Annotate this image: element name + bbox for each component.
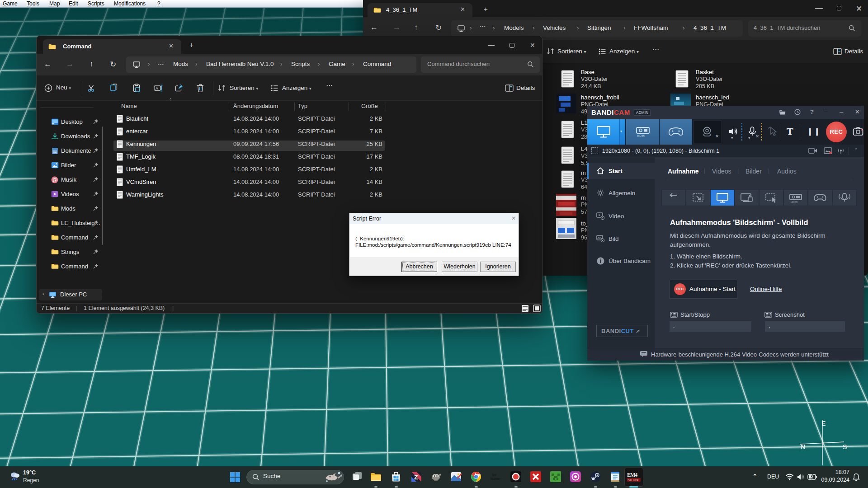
- svg-text:S: S: [843, 443, 847, 450]
- svg-text:Z: Z: [414, 474, 418, 481]
- svg-text:HDMI: HDMI: [791, 201, 798, 203]
- svg-text:E: E: [821, 420, 826, 427]
- svg-text:A: A: [156, 86, 158, 91]
- svg-text:HDMI: HDMI: [637, 134, 646, 137]
- svg-text:N: N: [801, 443, 805, 450]
- svg-text:Ani: Ani: [492, 473, 497, 476]
- svg-text:EM4: EM4: [627, 472, 637, 478]
- svg-text:DELUXE: DELUXE: [628, 479, 639, 482]
- svg-text:Builder: Builder: [491, 477, 500, 480]
